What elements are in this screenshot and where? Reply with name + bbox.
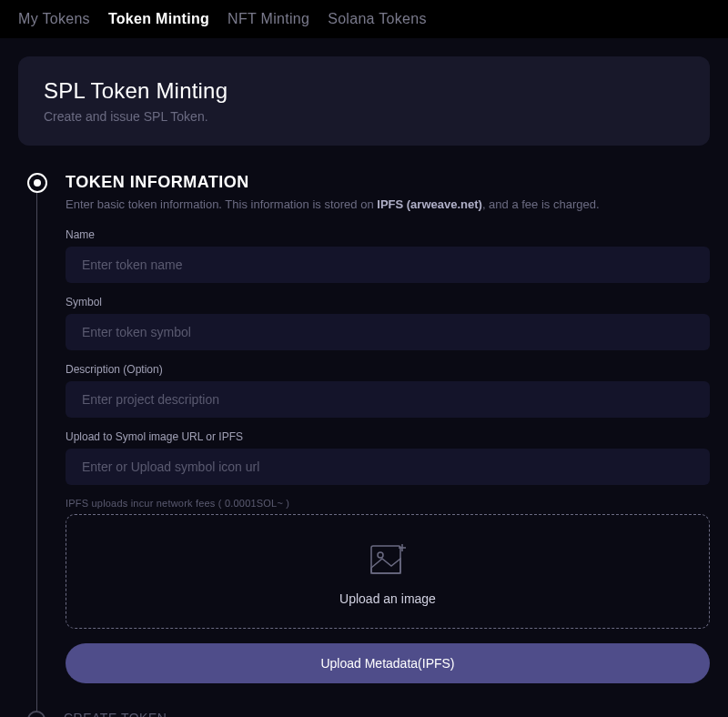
upload-url-label: Upload to Symol image URL or IPFS bbox=[66, 430, 710, 443]
step-1-dot bbox=[27, 173, 47, 193]
svg-rect-0 bbox=[371, 546, 400, 573]
description-field: Description (Option) bbox=[66, 363, 710, 418]
steps-timeline: TOKEN INFORMATION Enter basic token info… bbox=[18, 173, 710, 717]
step-1-desc-suffix: , and a fee is charged. bbox=[482, 197, 600, 211]
symbol-input[interactable] bbox=[66, 314, 710, 350]
page-title: SPL Token Minting bbox=[44, 78, 684, 104]
page-header: SPL Token Minting Create and issue SPL T… bbox=[18, 56, 710, 146]
name-label: Name bbox=[66, 228, 710, 241]
step-1-indicator bbox=[27, 173, 47, 711]
step-2-dot bbox=[27, 711, 46, 718]
description-label: Description (Option) bbox=[66, 363, 710, 376]
step-create-token: CREATE TOKEN Generate a token. In the pr… bbox=[27, 711, 710, 718]
step-2-indicator bbox=[27, 711, 46, 718]
tab-token-minting[interactable]: Token Minting bbox=[108, 11, 209, 27]
step-1-title: TOKEN INFORMATION bbox=[66, 173, 710, 192]
token-form: Name Symbol Description (Option) Upload … bbox=[66, 228, 710, 683]
step-1-content: TOKEN INFORMATION Enter basic token info… bbox=[66, 173, 710, 711]
tab-solana-tokens[interactable]: Solana Tokens bbox=[328, 11, 427, 27]
svg-point-1 bbox=[378, 552, 383, 558]
name-input[interactable] bbox=[66, 247, 710, 283]
tab-bar: My Tokens Token Minting NFT Minting Sola… bbox=[0, 0, 728, 38]
step-2-content: CREATE TOKEN Generate a token. In the pr… bbox=[64, 711, 710, 718]
upload-url-field: Upload to Symol image URL or IPFS bbox=[66, 430, 710, 485]
step-1-desc-prefix: Enter basic token information. This info… bbox=[66, 197, 377, 211]
symbol-field: Symbol bbox=[66, 296, 710, 350]
ipfs-fee-note: IPFS uploads incur network fees ( 0.0001… bbox=[66, 498, 710, 509]
name-field: Name bbox=[66, 228, 710, 283]
main-content: SPL Token Minting Create and issue SPL T… bbox=[0, 38, 728, 717]
step-1-desc-strong: IPFS (arweave.net) bbox=[377, 197, 482, 211]
upload-metadata-button[interactable]: Upload Metadata(IPFS) bbox=[66, 643, 710, 683]
tab-my-tokens[interactable]: My Tokens bbox=[18, 11, 90, 27]
upload-area-text: Upload an image bbox=[339, 591, 436, 606]
image-upload-icon bbox=[366, 537, 410, 581]
upload-url-input[interactable] bbox=[66, 449, 710, 485]
page-description: Create and issue SPL Token. bbox=[44, 109, 684, 124]
step-2-title: CREATE TOKEN bbox=[64, 711, 710, 718]
step-line bbox=[36, 193, 37, 717]
description-input[interactable] bbox=[66, 381, 710, 418]
tab-nft-minting[interactable]: NFT Minting bbox=[228, 11, 309, 27]
step-token-information: TOKEN INFORMATION Enter basic token info… bbox=[27, 173, 710, 711]
step-1-description: Enter basic token information. This info… bbox=[66, 196, 710, 214]
symbol-label: Symbol bbox=[66, 296, 710, 308]
upload-image-area[interactable]: Upload an image bbox=[66, 514, 710, 629]
